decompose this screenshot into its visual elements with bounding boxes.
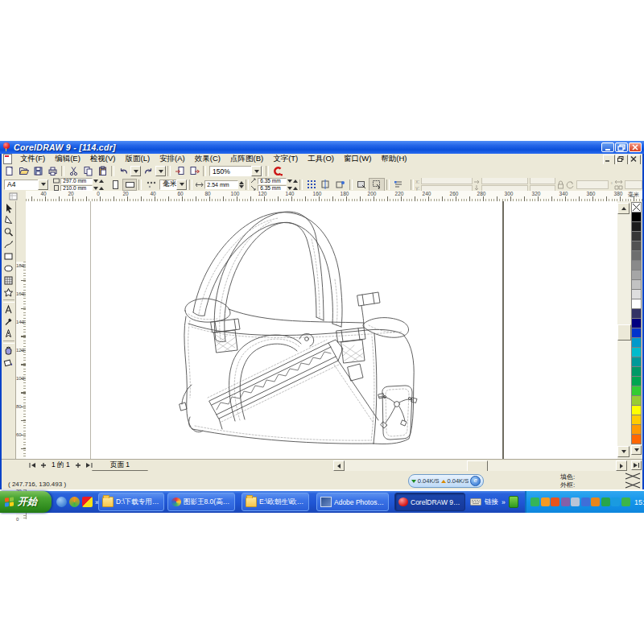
restore-button[interactable]: [615, 142, 628, 152]
import-button[interactable]: [172, 165, 187, 177]
links-chevron[interactable]: »: [502, 498, 506, 506]
shape-tool[interactable]: [2, 214, 15, 226]
quicklaunch-app-icon[interactable]: [82, 497, 93, 507]
open-button[interactable]: [16, 165, 31, 177]
blue-messenger-tray-icon[interactable]: [581, 497, 590, 506]
paper-type-dropdown[interactable]: [38, 180, 48, 190]
color-swatch-23[interactable]: [631, 434, 642, 444]
blue-globe-tray-icon[interactable]: [611, 497, 620, 506]
snap-to-grid-button[interactable]: [304, 179, 319, 191]
paper-height-down[interactable]: [93, 187, 98, 190]
duplicate-x-field[interactable]: 6.35 mm: [258, 178, 287, 184]
language-bar-icon[interactable]: [470, 498, 481, 506]
add-page-after-button[interactable]: [73, 460, 84, 470]
landscape-button[interactable]: [122, 179, 137, 191]
redo-button[interactable]: [141, 165, 155, 177]
no-color-swatch[interactable]: [631, 202, 642, 213]
toolbar-dropdown-button[interactable]: [130, 166, 141, 176]
fetion-tray-icon[interactable]: [530, 497, 539, 506]
zoom-levels-combo[interactable]: 150%: [209, 166, 262, 176]
shield-tray-icon[interactable]: [621, 497, 630, 506]
green-sync-tray-icon[interactable]: [601, 497, 610, 506]
pick-tool[interactable]: [2, 202, 15, 214]
first-page-button[interactable]: [27, 460, 38, 470]
menu-item-3[interactable]: 版面(L): [120, 154, 155, 164]
qq-1-tray-icon[interactable]: [541, 497, 550, 506]
snap-to-objects-button[interactable]: [333, 179, 348, 191]
hscroll-left-button[interactable]: [333, 460, 345, 471]
text-tool[interactable]: [2, 303, 15, 316]
paper-height-up[interactable]: [99, 187, 104, 190]
treat-as-filled-button[interactable]: [354, 179, 369, 191]
task-button-2[interactable]: E:\欧朝生\欧朝生...: [242, 493, 309, 511]
task-button-3[interactable]: Adobe Photoshop: [316, 493, 389, 511]
print-button[interactable]: [45, 165, 60, 177]
cut-button[interactable]: [66, 165, 80, 177]
network-speed-indicator[interactable]: 0.04K/S 0.04K/S e: [408, 474, 484, 488]
horizontal-scrollbar[interactable]: [345, 460, 616, 471]
scroll-down-button[interactable]: [617, 446, 630, 457]
eyedropper-tool[interactable]: [2, 316, 15, 328]
gray-app-tray-icon[interactable]: [571, 497, 580, 506]
save-button[interactable]: [31, 165, 45, 177]
hscroll-right-button[interactable]: [616, 460, 627, 471]
outline-tool[interactable]: [2, 328, 15, 340]
copy-button[interactable]: [80, 165, 95, 177]
page-tab[interactable]: 页面 1: [92, 460, 148, 471]
units-dropdown[interactable]: [176, 180, 187, 190]
menu-item-0[interactable]: 文件(F): [15, 154, 50, 164]
last-page-button[interactable]: [84, 460, 94, 470]
undo-button[interactable]: [116, 165, 130, 177]
rectangle-tool[interactable]: [2, 250, 15, 262]
paper-width-down[interactable]: [93, 180, 98, 183]
menu-item-10[interactable]: 帮助(H): [376, 154, 411, 164]
vertical-scrollbar[interactable]: [617, 201, 630, 459]
handbag-drawing[interactable]: [171, 203, 444, 459]
add-page-before-button[interactable]: [38, 460, 48, 470]
quicklaunch-media-icon[interactable]: [69, 497, 80, 507]
close-button[interactable]: [629, 142, 642, 152]
menu-item-4[interactable]: 安排(A): [155, 154, 190, 164]
qq-2-tray-icon[interactable]: [551, 497, 559, 506]
fill-tool[interactable]: [2, 345, 15, 357]
drawing-canvas[interactable]: [26, 201, 617, 459]
ruler-corner[interactable]: [2, 191, 26, 202]
task-button-1[interactable]: 图影王8.0(高级版): [167, 493, 235, 511]
menu-item-6[interactable]: 点阵图(B): [225, 154, 268, 164]
vscroll-thumb[interactable]: [617, 324, 631, 341]
snap-to-guidelines-button[interactable]: [319, 179, 333, 191]
palette-down-button[interactable]: [631, 445, 642, 455]
ellipse-tool[interactable]: [2, 262, 15, 275]
clock[interactable]: 15:12: [634, 498, 644, 506]
marquee-select-button[interactable]: [369, 178, 385, 192]
paper-type-combo[interactable]: A4: [4, 180, 49, 190]
corel-graphics-icon[interactable]: [270, 165, 285, 177]
title-bar[interactable]: CorelDRAW 9 - [114.cdr]: [0, 141, 644, 154]
toolbar-dropdown-button[interactable]: [155, 166, 166, 176]
node-options-button[interactable]: [391, 179, 406, 191]
hscroll-thumb[interactable]: [467, 460, 488, 472]
menu-item-5[interactable]: 效果(C): [190, 154, 225, 164]
freehand-tool[interactable]: [2, 238, 15, 250]
usb-tray-icon[interactable]: [509, 496, 518, 508]
download-app-tray-icon[interactable]: [591, 497, 600, 506]
paper-width-up[interactable]: [99, 180, 104, 183]
units-combo[interactable]: 毫米: [159, 180, 188, 190]
task-button-0[interactable]: D:\下载专用\Tysc...: [98, 493, 164, 511]
links-label[interactable]: 链接: [485, 497, 498, 507]
menu-item-2[interactable]: 检视(V): [85, 154, 121, 164]
graph-paper-tool[interactable]: [2, 275, 15, 287]
quicklaunch-ie-icon[interactable]: [56, 497, 67, 507]
interactive-fill-tool[interactable]: [2, 357, 15, 369]
zoom-tool[interactable]: [2, 226, 15, 238]
purple-app-tray-icon[interactable]: [561, 497, 570, 506]
menu-item-9[interactable]: 窗口(W): [339, 154, 376, 164]
set-default-units-icon[interactable]: [143, 179, 158, 191]
export-button[interactable]: [187, 165, 201, 177]
start-button[interactable]: 开始: [0, 491, 52, 513]
paper-width-field[interactable]: 297.0 mm: [60, 178, 93, 184]
scroll-up-button[interactable]: [617, 203, 630, 214]
nudge-down[interactable]: [239, 185, 244, 188]
document-icon[interactable]: [3, 154, 12, 164]
portrait-button[interactable]: [108, 179, 122, 191]
